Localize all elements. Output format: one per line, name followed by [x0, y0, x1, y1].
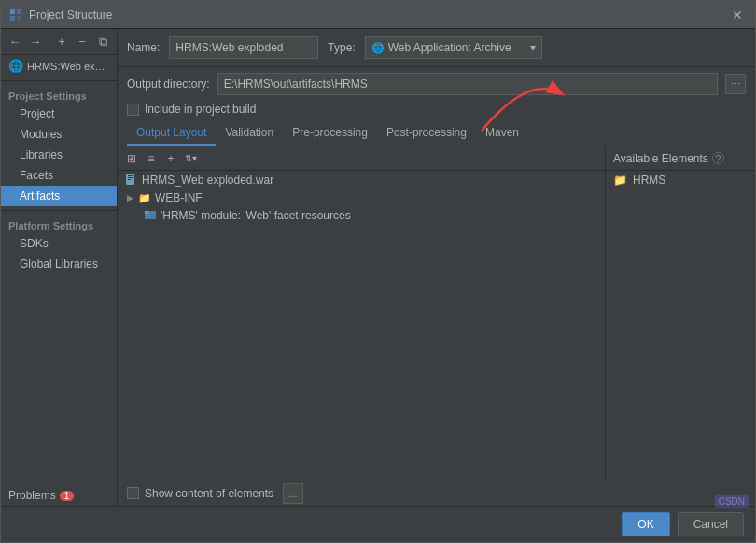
- sidebar-artifact-item[interactable]: 🌐 HRMS:Web explode...: [1, 55, 117, 77]
- webinf-expand-icon: ▶: [125, 193, 134, 202]
- tree-item-war[interactable]: HRMS_Web exploded.war: [118, 171, 605, 189]
- sidebar-item-sdks[interactable]: SDKs: [1, 233, 117, 254]
- sidebar-item-libraries[interactable]: Libraries: [1, 145, 117, 165]
- sidebar-item-global-libraries[interactable]: Global Libraries: [1, 254, 117, 274]
- webinf-folder-icon: 📁: [138, 192, 151, 204]
- problems-badge: 1: [60, 491, 75, 501]
- show-content-label: Show content of elements: [145, 487, 273, 500]
- sidebar-item-artifacts[interactable]: Artifacts: [1, 186, 117, 206]
- dialog-icon: [8, 7, 23, 22]
- watermark: CSDN: [715, 495, 749, 508]
- available-panel: Available Elements ? 📁 HRMS: [606, 146, 755, 480]
- sidebar-label-facets: Facets: [20, 169, 53, 182]
- sidebar-item-project[interactable]: Project: [1, 104, 117, 124]
- tree-btn-layout[interactable]: ⊞: [123, 150, 140, 167]
- svg-rect-7: [128, 177, 133, 178]
- problems-row: Problems 1: [1, 485, 117, 506]
- sidebar-toolbar: ← → + − ⧉: [1, 29, 117, 55]
- tree-label-war: HRMS_Web exploded.war: [142, 174, 273, 187]
- add-button[interactable]: +: [53, 34, 70, 50]
- artifact-body: ⊞ ≡ + ⇅▾: [118, 146, 755, 480]
- tab-validation[interactable]: Validation: [216, 121, 283, 146]
- tab-maven[interactable]: Maven: [476, 121, 528, 146]
- war-file-icon: [125, 173, 138, 188]
- show-content-checkbox[interactable]: [127, 487, 139, 499]
- svg-rect-8: [128, 179, 131, 180]
- include-checkbox[interactable]: [127, 104, 139, 116]
- copy-button[interactable]: ⧉: [94, 34, 111, 50]
- output-dir-row: Output directory: ⋯: [118, 67, 755, 101]
- svg-marker-10: [145, 211, 148, 214]
- svg-rect-0: [10, 9, 15, 14]
- svg-rect-3: [17, 16, 21, 21]
- tabs-bar: Output Layout Validation Pre-processing …: [118, 121, 755, 146]
- sidebar-item-facets[interactable]: Facets: [1, 165, 117, 186]
- facet-resources-icon: [144, 208, 157, 223]
- sidebar: ← → + − ⧉ 🌐 HRMS:Web explode... Project …: [1, 29, 118, 506]
- sidebar-label-artifacts: Artifacts: [20, 189, 60, 202]
- type-select-value: Web Application: Archive: [388, 41, 511, 54]
- type-label: Type:: [328, 41, 355, 54]
- cancel-button[interactable]: Cancel: [678, 512, 744, 536]
- output-dir-input[interactable]: [217, 73, 718, 95]
- type-select-arrow: ▾: [525, 41, 536, 54]
- sidebar-divider-2: [1, 210, 117, 211]
- ok-button[interactable]: OK: [622, 512, 669, 536]
- close-button[interactable]: ✕: [727, 5, 748, 25]
- artifact-sidebar-icon: 🌐: [8, 59, 23, 73]
- svg-rect-2: [10, 16, 15, 21]
- problems-label: Problems: [8, 489, 56, 502]
- include-row: Include in project build: [118, 101, 755, 121]
- dialog-title: Project Structure: [29, 8, 727, 21]
- available-help-icon: ?: [712, 152, 724, 164]
- tree-btn-list[interactable]: ≡: [143, 150, 160, 167]
- tab-output-layout[interactable]: Output Layout: [127, 121, 216, 146]
- forward-button[interactable]: →: [27, 34, 44, 50]
- svg-rect-6: [128, 175, 133, 176]
- back-button[interactable]: ←: [7, 34, 23, 50]
- available-elements-header: Available Elements ?: [606, 146, 755, 171]
- type-select-icon: 🌐: [371, 42, 385, 54]
- main-content: ← → + − ⧉ 🌐 HRMS:Web explode... Project …: [1, 29, 755, 506]
- tree-btn-sort[interactable]: ⇅▾: [182, 150, 199, 167]
- sidebar-item-modules[interactable]: Modules: [1, 124, 117, 145]
- show-content-row: Show content of elements ...: [118, 480, 755, 506]
- sidebar-divider-1: [1, 80, 117, 81]
- artifact-sidebar-label: HRMS:Web explode...: [27, 61, 109, 72]
- tree-label-facet: 'HRMS' module: 'Web' facet resources: [161, 209, 351, 222]
- artifact-header: Name: Type: 🌐 Web Application: Archive ▾: [118, 29, 755, 67]
- show-content-btn[interactable]: ...: [283, 483, 303, 504]
- section-platform-settings: Platform Settings: [1, 215, 117, 233]
- sidebar-label-global-libraries: Global Libraries: [20, 258, 98, 271]
- tree-label-webinf: WEB-INF: [155, 191, 203, 204]
- right-panel: Name: Type: 🌐 Web Application: Archive ▾…: [118, 29, 755, 506]
- tree-toolbar: ⊞ ≡ + ⇅▾: [118, 146, 605, 171]
- svg-rect-1: [17, 9, 21, 14]
- sidebar-label-modules: Modules: [20, 128, 62, 141]
- dialog-footer: OK Cancel: [1, 506, 755, 542]
- title-bar: Project Structure ✕: [1, 1, 755, 29]
- tree-item-facet-resources[interactable]: 'HRMS' module: 'Web' facet resources: [118, 206, 605, 225]
- sidebar-label-sdks: SDKs: [20, 237, 49, 250]
- include-label: Include in project build: [145, 103, 256, 116]
- available-item-icon: 📁: [613, 174, 627, 187]
- type-select[interactable]: 🌐 Web Application: Archive ▾: [365, 36, 542, 59]
- artifact-tree: ⊞ ≡ + ⇅▾: [118, 146, 606, 480]
- sidebar-label-project: Project: [20, 107, 54, 120]
- available-item-hrms[interactable]: 📁 HRMS: [606, 171, 755, 189]
- sidebar-label-libraries: Libraries: [20, 148, 63, 161]
- browse-button[interactable]: ⋯: [725, 74, 746, 94]
- project-structure-dialog: Project Structure ✕ ← → + − ⧉ 🌐 HRMS:Web…: [0, 0, 756, 543]
- tree-item-webinf[interactable]: ▶ 📁 WEB-INF: [118, 189, 605, 206]
- available-elements-label: Available Elements: [613, 152, 708, 165]
- tab-postprocessing[interactable]: Post-processing: [377, 121, 476, 146]
- available-item-label: HRMS: [633, 174, 665, 187]
- name-input[interactable]: [169, 36, 318, 59]
- remove-button[interactable]: −: [74, 34, 91, 50]
- tree-btn-add[interactable]: +: [162, 150, 179, 167]
- section-project-settings: Project Settings: [1, 85, 117, 104]
- name-label: Name:: [127, 41, 160, 54]
- tab-preprocessing[interactable]: Pre-processing: [283, 121, 377, 146]
- output-dir-label: Output directory:: [127, 77, 210, 90]
